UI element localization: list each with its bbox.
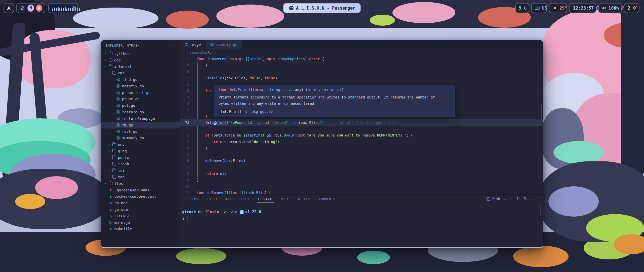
globe-app-icon[interactable] xyxy=(19,5,25,12)
keyboard-layout: US xyxy=(542,6,547,11)
line-number: 8 xyxy=(180,172,192,176)
line-number: 4 xyxy=(180,146,192,150)
tree-item-label: summary.go xyxy=(122,136,144,140)
updates-pill[interactable]: 9 xyxy=(515,3,529,13)
trash-icon[interactable] xyxy=(523,197,527,201)
line-number: 10 xyxy=(180,184,192,188)
tree-item-license[interactable]: ›⚖LICENSE xyxy=(101,213,180,219)
editor-column: ⓖ rm.go ⓖ summary.go removeCmdRun 17func… xyxy=(180,40,543,247)
panel-tab-output[interactable]: OUTPUT xyxy=(205,195,218,203)
code-line[interactable]: 1 xyxy=(180,126,543,132)
tree-item-xdg[interactable]: ›xdg xyxy=(101,174,180,180)
tree-item-label: itest xyxy=(114,182,125,186)
line-number: 2 xyxy=(180,133,192,137)
code-line[interactable]: 17func removeCmdRun(args []string, opts … xyxy=(180,56,543,62)
line-number: 3 xyxy=(180,101,192,106)
tree-item-env[interactable]: ›env xyxy=(101,141,180,148)
makefile-icon: ⚒ xyxy=(109,227,113,231)
folder-icon xyxy=(109,65,112,68)
terminal-cursor xyxy=(187,216,190,221)
tree-item-trash[interactable]: ›trash xyxy=(101,161,180,167)
tree-item--github[interactable]: ›.github xyxy=(101,50,180,57)
chevron-icon: › xyxy=(107,149,111,153)
tree-item-itest[interactable]: ›itest xyxy=(101,180,180,187)
split-icon[interactable] xyxy=(516,197,519,201)
panel-tab-gitlens[interactable]: GITLENS xyxy=(298,195,312,203)
keyboard-layout-pill[interactable]: US xyxy=(531,3,547,13)
code-line[interactable]: 4} xyxy=(180,145,543,151)
panel-tab-problems[interactable]: PROBLEMS xyxy=(182,195,199,203)
tree-item-doc[interactable]: ›doc xyxy=(101,57,180,63)
code-line[interactable]: 9} xyxy=(180,62,543,68)
launcher-button[interactable] xyxy=(4,3,14,13)
line-text: } xyxy=(197,63,207,67)
notion-app-icon[interactable]: N xyxy=(27,5,34,12)
tab-summary-go[interactable]: ⓖ summary.go xyxy=(206,40,242,49)
tree-item-label: go.mod xyxy=(114,201,128,205)
line-text: } xyxy=(197,114,207,118)
tree-item-docker-compose-yaml[interactable]: ›⚓docker-compose.yaml xyxy=(101,193,180,200)
document-app-icon[interactable] xyxy=(36,5,42,12)
code-editor[interactable]: 17func removeCmdRun(args []string, opts … xyxy=(180,56,543,194)
media-pill[interactable]: A.L.I.S.O.N - Passenger xyxy=(283,3,361,13)
chevron-icon: › xyxy=(107,162,111,166)
chevron-icon: › xyxy=(103,65,108,68)
panel-tab-comments[interactable]: COMMENTS xyxy=(319,195,335,203)
panel-tab-terminal[interactable]: TERMINAL xyxy=(257,195,274,203)
tree-item--goreleaser-yaml[interactable]: ›Y.goreleaser.yaml xyxy=(101,187,180,193)
tree-item-makefile[interactable]: ›⚒Makefile xyxy=(101,226,180,232)
folder-icon xyxy=(112,156,116,159)
tree-item-go-mod[interactable]: ›◇go.mod xyxy=(101,200,180,206)
code-line[interactable]: 3return errors.New("do nothing") xyxy=(180,139,543,145)
code-line[interactable]: 7listFiles(box.Files, false, false) xyxy=(180,75,543,81)
code-line[interactable]: 8return nil xyxy=(180,170,543,177)
chevron-down-icon[interactable]: › xyxy=(509,198,513,200)
weather-pill[interactable]: 29° xyxy=(549,3,567,13)
line-number: 17 xyxy=(180,57,192,61)
folder-icon xyxy=(109,52,112,55)
explorer-sidebar: EXPLORER: GTRASH ··· ›.github›doc›intern… xyxy=(101,40,180,247)
clock-pill: 12:28:57 xyxy=(569,3,596,13)
terminal[interactable]: ○ gtrash on main ✓ via v1.22.6 ❯ xyxy=(180,203,543,221)
sun-icon xyxy=(553,6,557,10)
line-number: 6 xyxy=(180,82,192,86)
code-line[interactable]: 7 xyxy=(180,164,543,170)
line-number: 5 xyxy=(180,89,192,93)
ellipsis-icon[interactable]: ··· xyxy=(167,43,176,48)
code-line[interactable]: 9} xyxy=(180,177,543,183)
tree-item-posix[interactable]: ›posix xyxy=(101,154,180,161)
weather-temp: 29° xyxy=(559,6,567,11)
tree-item-go-sum[interactable]: ›◇go.sum xyxy=(101,206,180,213)
breadcrumb[interactable]: removeCmdRun xyxy=(180,49,543,56)
hover-link[interactable]: pkg.go.dev xyxy=(252,110,273,114)
code-line[interactable]: 8 xyxy=(180,69,543,75)
panel-tabs: PROBLEMSOUTPUTDEBUG CONSOLETERMINALPORTS… xyxy=(182,195,335,203)
panel-tab-debug-console[interactable]: DEBUG CONSOLE xyxy=(224,195,251,203)
go-icon: ⓖ xyxy=(116,78,120,81)
panel-tab-ports[interactable]: PORTS xyxy=(280,195,291,203)
tree-item-glog[interactable]: ›glog xyxy=(101,148,180,154)
code-line[interactable]: 5 xyxy=(180,151,543,157)
tree-item-tui[interactable]: ›tui xyxy=(101,167,180,174)
folder-icon xyxy=(112,169,116,172)
terminal-scrollbar[interactable] xyxy=(540,206,541,216)
plus-icon[interactable]: + xyxy=(504,196,506,202)
editor-scrollbar[interactable] xyxy=(541,104,542,120)
go-icon: ⓖ xyxy=(116,110,120,114)
folder-icon xyxy=(112,150,116,152)
shell-selector[interactable]: fish xyxy=(487,197,500,201)
tab-rm-go[interactable]: ⓖ rm.go xyxy=(180,40,206,49)
tree-item-cmd[interactable]: ›cmd xyxy=(101,70,180,76)
code-line[interactable]: 2if !opts.force && isTerminal && !tui.Bo… xyxy=(180,132,543,139)
code-line[interactable]: 10 xyxy=(180,183,543,189)
tree-item-main-go[interactable]: ›ⓖmain.go xyxy=(101,219,180,226)
code-line[interactable]: 11func doRemove(files []trash.File) { xyxy=(180,189,543,194)
tree-item-internal[interactable]: ›internal xyxy=(101,63,180,70)
notifications-pill[interactable]: 2 xyxy=(624,3,639,13)
audio-pill[interactable]: 100% xyxy=(598,3,622,13)
file-tree: ›.github›doc›internal›cmd›ⓖfind.go›ⓖmeta… xyxy=(101,50,180,232)
code-line[interactable]: 78fmt.Printf("\nFound %d trashed files\n… xyxy=(180,119,543,126)
more-actions-icon[interactable]: ··· xyxy=(530,197,539,201)
license-icon: ⚖ xyxy=(109,214,113,218)
code-line[interactable]: 6doRemove(box.Files) xyxy=(180,158,543,164)
